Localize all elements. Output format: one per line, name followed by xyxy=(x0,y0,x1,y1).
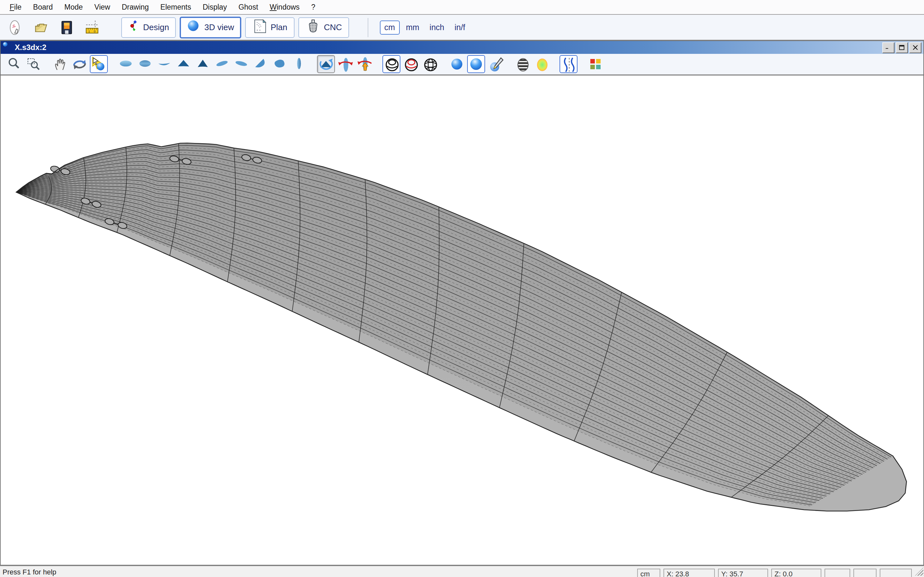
mesh-icon[interactable] xyxy=(421,55,439,73)
unit-option-cm[interactable]: cm xyxy=(380,20,399,34)
palette-icon[interactable] xyxy=(586,55,604,73)
flow-lines-icon[interactable] xyxy=(559,55,577,73)
status-panel-x: X: 23.8 xyxy=(664,569,715,577)
view3d-icon xyxy=(187,19,201,35)
menu-windows[interactable]: Windows xyxy=(264,2,305,12)
mode-button-design[interactable]: Design xyxy=(121,17,176,37)
mode-label: Plan xyxy=(270,23,287,32)
status-panel-empty xyxy=(825,569,850,577)
view-persp1-icon[interactable] xyxy=(213,55,231,73)
pointer-tool-icon[interactable] xyxy=(90,55,108,73)
main-toolbar: 10 Design 3D view Plan CNCcmmminchin/f xyxy=(0,15,924,40)
status-panel-z: Z: 0.0 xyxy=(771,569,821,577)
svg-text:0: 0 xyxy=(94,29,95,33)
status-help-text: Press F1 for help xyxy=(0,568,637,575)
menu-file[interactable]: File xyxy=(4,2,27,12)
view-bottom-icon[interactable] xyxy=(136,55,154,73)
open-icon[interactable] xyxy=(31,18,51,37)
zoom-region-icon[interactable] xyxy=(24,55,42,73)
units-selector: cmmminchin/f xyxy=(368,18,469,37)
menu-board[interactable]: Board xyxy=(27,2,58,12)
menu-mode[interactable]: Mode xyxy=(58,2,89,12)
menu-display[interactable]: Display xyxy=(197,2,233,12)
view-front-icon[interactable] xyxy=(174,55,192,73)
save-icon[interactable] xyxy=(57,18,76,37)
menu-elements[interactable]: Elements xyxy=(155,2,197,12)
measure-icon[interactable]: 10 xyxy=(83,18,102,37)
view-persp3-icon[interactable] xyxy=(252,55,270,73)
menu-drawing[interactable]: Drawing xyxy=(116,2,154,12)
zoom-icon[interactable] xyxy=(5,55,23,73)
menu-bar: FileBoardModeViewDrawingElementsDisplayG… xyxy=(0,0,924,15)
mode-label: Design xyxy=(143,23,169,32)
document-title-bar[interactable]: X.s3dx:2 xyxy=(1,41,923,54)
plan-icon xyxy=(252,18,267,36)
status-panel-y: Y: 35.7 xyxy=(718,569,768,577)
spin-v-icon[interactable] xyxy=(355,55,373,73)
menu-?[interactable]: ? xyxy=(305,2,321,12)
rotate-view-icon[interactable] xyxy=(71,55,89,73)
document-icon xyxy=(3,42,11,53)
unit-option-inch[interactable]: inch xyxy=(426,21,448,34)
menu-ghost[interactable]: Ghost xyxy=(233,2,264,12)
status-panel-empty xyxy=(880,569,912,577)
resize-grip[interactable] xyxy=(915,567,923,576)
rotate3d-icon[interactable] xyxy=(317,55,335,73)
zebra-icon[interactable] xyxy=(513,55,531,73)
mode-button-plan[interactable]: Plan xyxy=(245,17,294,37)
status-panel-cm: cm xyxy=(637,569,660,577)
unit-option-in-f[interactable]: in/f xyxy=(451,21,469,34)
surfboard-3d-model[interactable] xyxy=(1,76,923,565)
view-back-icon[interactable] xyxy=(194,55,212,73)
mode-label: CNC xyxy=(324,23,342,32)
pan-icon[interactable] xyxy=(51,55,69,73)
svg-text:1: 1 xyxy=(88,29,90,33)
view-toolbar xyxy=(1,54,923,75)
minimize-button[interactable] xyxy=(882,42,895,53)
mode-label: 3D view xyxy=(204,23,234,32)
shaded2-icon[interactable] xyxy=(467,55,485,73)
design-icon xyxy=(128,19,140,35)
shaded-icon[interactable] xyxy=(448,55,466,73)
3d-viewport[interactable] xyxy=(1,75,923,565)
view-persp4-icon[interactable] xyxy=(271,55,289,73)
view-end-icon[interactable] xyxy=(290,55,308,73)
wireframe-icon[interactable] xyxy=(383,55,401,73)
wireframe-red-icon[interactable] xyxy=(402,55,420,73)
mode-button-3d-view[interactable]: 3D view xyxy=(180,16,241,38)
mode-button-cnc[interactable]: CNC xyxy=(298,17,349,37)
maximize-button[interactable] xyxy=(896,42,908,53)
curvature-icon[interactable] xyxy=(533,55,551,73)
cnc-icon xyxy=(305,18,321,36)
paint-icon[interactable] xyxy=(486,55,504,73)
view-persp2-icon[interactable] xyxy=(232,55,250,73)
unit-option-mm[interactable]: mm xyxy=(402,21,423,34)
view-top-icon[interactable] xyxy=(117,55,135,73)
view-side-icon[interactable] xyxy=(155,55,173,73)
menu-view[interactable]: View xyxy=(89,2,116,12)
status-panel-empty xyxy=(853,569,877,577)
application-window: FileBoardModeViewDrawingElementsDisplayG… xyxy=(0,0,924,577)
document-title: X.s3dx:2 xyxy=(15,43,881,52)
spin-h-icon[interactable] xyxy=(336,55,354,73)
status-bar: Press F1 for help cmX: 23.8Y: 35.7Z: 0.0 xyxy=(0,566,924,577)
close-button[interactable] xyxy=(909,42,921,53)
document-window: X.s3dx:2 xyxy=(0,40,924,566)
new-board-icon[interactable] xyxy=(6,18,25,37)
